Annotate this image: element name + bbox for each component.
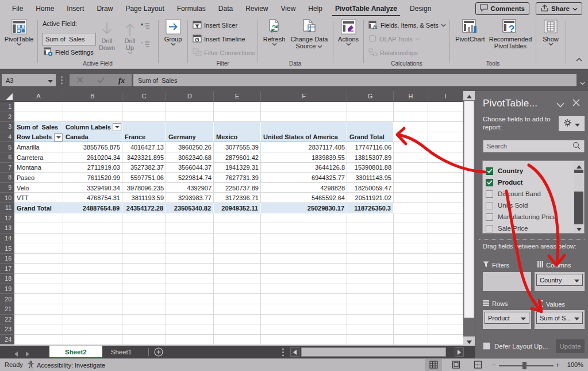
field-item-product[interactable]: Product xyxy=(483,177,522,188)
share-button[interactable]: Share xyxy=(536,2,582,15)
pane-close-button[interactable] xyxy=(572,98,580,109)
menu-tab-pivottable-analyze[interactable]: PivotTable Analyze xyxy=(329,0,403,17)
zoom-out-button[interactable]: − xyxy=(490,361,498,369)
collapse-ribbon-button[interactable] xyxy=(576,56,582,63)
scroll-down-button[interactable] xyxy=(463,336,475,346)
field-list-scroll-up[interactable] xyxy=(574,162,583,170)
field-list-scroll-down[interactable] xyxy=(574,224,583,232)
pivot-value-cell[interactable]: 33011143.95 xyxy=(347,173,394,183)
row-header-2[interactable]: 2 xyxy=(0,112,14,123)
scroll-up-button[interactable] xyxy=(463,91,475,100)
cell-C3[interactable] xyxy=(122,122,166,132)
actions-button[interactable]: Actions xyxy=(335,18,362,46)
field-item-manufacturing-price[interactable]: Manufacturing Price xyxy=(483,211,556,223)
menu-tab-data[interactable]: Data xyxy=(212,0,239,17)
menu-tab-draw[interactable]: Draw xyxy=(90,0,119,17)
pivot-value-cell[interactable]: 4298828 xyxy=(261,183,347,193)
pivot-row-label-amarilla[interactable]: Amarilla xyxy=(14,142,63,152)
values-area-box[interactable]: Sum of S... xyxy=(535,310,585,329)
pivot-column-header-2[interactable]: France xyxy=(122,132,166,143)
spreadsheet-grid[interactable]: ABCDEFGHI 123456789101112131415161718192… xyxy=(0,91,463,345)
row-header-16[interactable]: 16 xyxy=(0,254,14,264)
pivot-row-label-velo[interactable]: Velo xyxy=(14,183,63,193)
defer-layout-checkbox[interactable]: Defer Layout Up... xyxy=(483,342,548,350)
page-break-view-button[interactable] xyxy=(469,359,486,371)
pivot-value-cell[interactable]: 17747116.06 xyxy=(347,142,394,152)
pivot-value-cell[interactable]: 3077555.39 xyxy=(214,142,261,152)
refresh-button[interactable]: Refresh xyxy=(260,18,288,46)
cell-G3[interactable] xyxy=(347,122,394,132)
pivot-value-cell[interactable]: 3644126.8 xyxy=(261,163,347,173)
field-settings-button[interactable]: Field Settings xyxy=(44,48,94,57)
row-header-10[interactable]: 10 xyxy=(0,193,14,203)
row-header-4[interactable]: 4 xyxy=(0,132,14,143)
column-header-H[interactable]: H xyxy=(394,91,428,102)
menu-tab-file[interactable]: File xyxy=(6,0,29,17)
pivot-value-cell[interactable]: 2879601.42 xyxy=(214,152,261,163)
comments-button[interactable]: Comments xyxy=(475,2,529,15)
pivot-column-header-3[interactable]: Germany xyxy=(166,132,214,143)
menu-tab-review[interactable]: Review xyxy=(239,0,274,17)
menu-tab-design[interactable]: Design xyxy=(403,0,437,17)
column-header-G[interactable]: G xyxy=(347,91,394,102)
tools-gear-button[interactable] xyxy=(559,116,585,131)
pivot-value-cell[interactable]: 5465592.64 xyxy=(261,193,347,203)
page-layout-view-button[interactable] xyxy=(447,359,464,371)
pivot-value-cell[interactable]: 2610204.34 xyxy=(63,152,122,163)
pivot-value-cell[interactable]: 6944325.77 xyxy=(261,173,347,183)
pivot-row-label-montana[interactable]: Montana xyxy=(14,163,63,173)
pivot-value-cell[interactable]: 13815307.89 xyxy=(347,152,394,163)
pivot-value-cell[interactable]: 4016427.13 xyxy=(122,142,166,152)
pivot-value-cell[interactable]: 15390801.88 xyxy=(347,163,394,173)
horizontal-scroll-thumb[interactable] xyxy=(301,347,446,357)
pivot-value-cell[interactable]: 2711919.03 xyxy=(63,163,122,173)
checked-checkbox-icon[interactable] xyxy=(486,167,493,175)
sheet-tab-sheet2[interactable]: Sheet2 xyxy=(49,346,102,358)
pivot-value-cell[interactable]: 3293983.77 xyxy=(166,193,214,203)
pivot-value-cell[interactable]: 3172396.71 xyxy=(214,193,261,203)
row-header-1[interactable]: 1 xyxy=(0,102,14,112)
pivot-measure-cell[interactable]: Sum of Sales xyxy=(14,122,63,132)
pivottable-button[interactable]: PivotTable xyxy=(5,18,33,46)
cell-E3[interactable] xyxy=(214,122,261,132)
rows-field-chip[interactable]: Product xyxy=(485,312,529,324)
fields-items-sets-button[interactable]: fx Fields, Items, & Sets xyxy=(368,21,446,30)
pivot-row-label-carretera[interactable]: Carretera xyxy=(14,152,63,163)
row-header-18[interactable]: 18 xyxy=(0,274,14,284)
column-header-A[interactable]: A xyxy=(14,91,63,102)
name-box-dropdown-icon[interactable] xyxy=(48,77,56,84)
field-item-discount-band[interactable]: Discount Band xyxy=(483,188,541,200)
pivot-value-cell[interactable]: 1839839.55 xyxy=(261,152,347,163)
expand-field-button[interactable] xyxy=(140,22,150,31)
pivot-value-cell[interactable]: 5229814.74 xyxy=(166,173,214,183)
menu-tab-formulas[interactable]: Formulas xyxy=(171,0,212,17)
pivot-value-cell[interactable]: 3566044.37 xyxy=(166,163,214,173)
enter-icon[interactable] xyxy=(97,75,105,86)
pivot-value-cell[interactable]: 3423321.895 xyxy=(122,152,166,163)
pivot-value-cell[interactable]: 3062340.68 xyxy=(166,152,214,163)
previous-sheet-button[interactable] xyxy=(14,349,18,359)
field-item-units-sold[interactable]: Units Sold xyxy=(483,200,528,211)
insert-function-button[interactable]: fx xyxy=(118,76,125,85)
filters-area-box[interactable] xyxy=(483,272,531,291)
pivot-value-cell[interactable]: 3329490.34 xyxy=(63,183,122,193)
pivot-value-cell[interactable]: 5597751.06 xyxy=(122,173,166,183)
pivot-value-cell[interactable]: 7627731.39 xyxy=(214,173,261,183)
row-header-3[interactable]: 3 xyxy=(0,122,14,132)
pivot-grand-total-cell[interactable]: 24354172.28 xyxy=(122,203,166,213)
column-header-D[interactable]: D xyxy=(166,91,214,102)
new-sheet-button[interactable] xyxy=(154,347,163,359)
row-header-7[interactable]: 7 xyxy=(0,163,14,173)
scroll-left-button[interactable] xyxy=(290,347,299,357)
row-labels-filter-button[interactable] xyxy=(54,133,63,141)
checked-checkbox-icon[interactable] xyxy=(486,179,493,186)
search-input[interactable]: Search xyxy=(483,140,585,152)
column-header-C[interactable]: C xyxy=(122,91,166,102)
column-labels-filter-button[interactable] xyxy=(113,123,121,131)
vertical-scrollbar[interactable] xyxy=(463,91,475,346)
menu-tab-insert[interactable]: Insert xyxy=(60,0,90,17)
pivot-value-cell[interactable]: 20511921.02 xyxy=(347,193,394,203)
insert-timeline-button[interactable]: Insert Timeline xyxy=(193,35,245,44)
pivot-column-header-4[interactable]: Mexico xyxy=(214,132,261,143)
row-header-15[interactable]: 15 xyxy=(0,243,14,254)
